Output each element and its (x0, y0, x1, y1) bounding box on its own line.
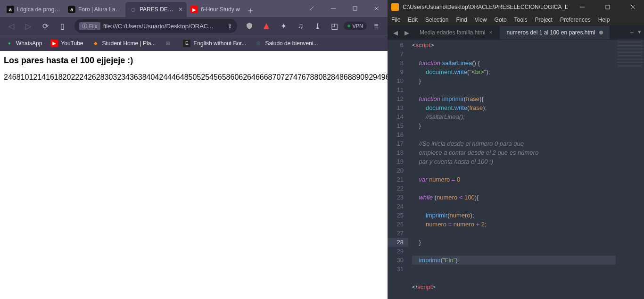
menu-edit[interactable]: Edit (408, 17, 418, 23)
tab-nav-left[interactable]: ◀ (390, 27, 401, 38)
browser-titlebar: aLógica de program aForo | Alura Latam ◌… (0, 0, 388, 17)
svg-marker-2 (264, 23, 269, 29)
bookmark-student[interactable]: ◆Student Home | Pla... (92, 40, 156, 47)
st-tab-media[interactable]: Media edades familia.html× (413, 26, 499, 39)
line-gutter: 6789101112131415161718192021222324252627… (388, 40, 408, 299)
sublime-menubar: File Edit Selection Find View Goto Tools… (388, 14, 644, 25)
vpn-badge[interactable]: VPN (344, 22, 367, 30)
bookmark-grid[interactable]: ⊞ (164, 40, 174, 47)
menu-icon[interactable]: ≡ (369, 18, 384, 33)
st-maximize-button[interactable] (597, 0, 619, 14)
unsaved-dot-icon (599, 31, 603, 34)
bookmark-youtube[interactable]: ▶YouTube (50, 40, 83, 47)
forward-button[interactable]: ▷ (21, 18, 36, 33)
bookmark-saludo[interactable]: ◎Saludo de bienveni... (255, 40, 318, 47)
page-content: Los pares hasta el 100 ejjejeje :) 24681… (0, 51, 388, 299)
editor-area: 6789101112131415161718192021222324252627… (388, 40, 644, 299)
file-badge: ⓘ File (79, 22, 100, 30)
menu-find[interactable]: Find (456, 17, 467, 23)
downloads-icon[interactable]: ⤓ (310, 18, 325, 33)
st-close-button[interactable] (622, 0, 644, 14)
maximize-button[interactable] (344, 0, 366, 17)
new-tab-icon[interactable]: ＋ (629, 28, 635, 37)
tab-close-icon[interactable]: ✕ (178, 6, 183, 13)
svg-rect-1 (353, 7, 357, 10)
window-controls (301, 0, 388, 17)
wallet-icon[interactable]: ◰ (327, 18, 342, 33)
browser-toolbar: ◁ ▷ ⟳ ▯ ⓘ File file:///C:/Users/Usuario/… (0, 17, 388, 35)
code-editor[interactable]: <script> function saltarLinea() { docume… (408, 40, 616, 299)
svg-rect-4 (606, 5, 610, 9)
sublime-text-window: C:\Users\Usuario\Desktop\ORACLE\PRESELEC… (388, 0, 644, 299)
share-icon[interactable]: ⇪ (227, 23, 232, 30)
bookmark-whatsapp[interactable]: ●WhatsApp (6, 40, 42, 47)
minimap[interactable] (616, 40, 644, 299)
brave-icon[interactable] (259, 18, 274, 33)
tab-menu-icon[interactable]: ▾ (638, 28, 641, 37)
bookmark-english[interactable]: EEnglish without Bor... (183, 40, 246, 47)
tab-nav-right[interactable]: ▶ (402, 27, 412, 38)
address-bar[interactable]: ⓘ File file:///C:/Users/Usuario/Desktop/… (74, 19, 237, 33)
brave-browser-window: aLógica de program aForo | Alura Latam ◌… (0, 0, 388, 299)
shield-icon[interactable] (242, 18, 257, 33)
url-text: file:///C:/Users/Usuario/Desktop/ORAC... (103, 23, 225, 30)
close-icon[interactable]: × (489, 29, 492, 36)
minimize-button[interactable] (322, 0, 344, 17)
bookmark-button[interactable]: ▯ (55, 18, 70, 33)
minimize-window-button[interactable] (301, 0, 322, 17)
reload-button[interactable]: ⟳ (38, 18, 53, 33)
new-tab-button[interactable]: ＋ (244, 4, 257, 17)
tab-study[interactable]: ▶6-Hour Study w (187, 2, 244, 17)
menu-help[interactable]: Help (598, 17, 610, 23)
page-heading: Los pares hasta el 100 ejjejeje :) (4, 56, 384, 66)
st-minimize-button[interactable] (571, 0, 593, 14)
page-output: 2468101214161820222426283032343638404244… (4, 73, 384, 82)
tab-foro[interactable]: aForo | Alura Latam (64, 2, 125, 17)
st-tab-numeros[interactable]: numeros del 1 al 100 en pares.html (500, 26, 609, 39)
tab-logica[interactable]: aLógica de program (3, 2, 64, 17)
menu-view[interactable]: View (475, 17, 487, 23)
browser-tabs: aLógica de program aForo | Alura Latam ◌… (0, 0, 301, 17)
menu-file[interactable]: File (391, 17, 400, 23)
playlist-icon[interactable]: ♫ (293, 18, 308, 33)
bookmarks-bar: ●WhatsApp ▶YouTube ◆Student Home | Pla..… (0, 35, 388, 51)
menu-project[interactable]: Project (535, 17, 553, 23)
menu-tools[interactable]: Tools (514, 17, 528, 23)
menu-preferences[interactable]: Preferences (560, 17, 591, 23)
menu-goto[interactable]: Goto (495, 17, 507, 23)
tab-pares[interactable]: ◌PARES DEL 1 A✕ (125, 2, 187, 17)
menu-selection[interactable]: Selection (425, 17, 448, 23)
sublime-icon (391, 3, 399, 11)
sublime-title-path: C:\Users\Usuario\Desktop\ORACLE\PRESELEC… (403, 4, 568, 10)
sublime-tabbar: ◀ ▶ Media edades familia.html× numeros d… (388, 25, 644, 40)
extensions-icon[interactable]: ✦ (276, 18, 291, 33)
back-button[interactable]: ◁ (4, 18, 19, 33)
close-button[interactable] (366, 0, 388, 17)
sublime-titlebar: C:\Users\Usuario\Desktop\ORACLE\PRESELEC… (388, 0, 644, 14)
